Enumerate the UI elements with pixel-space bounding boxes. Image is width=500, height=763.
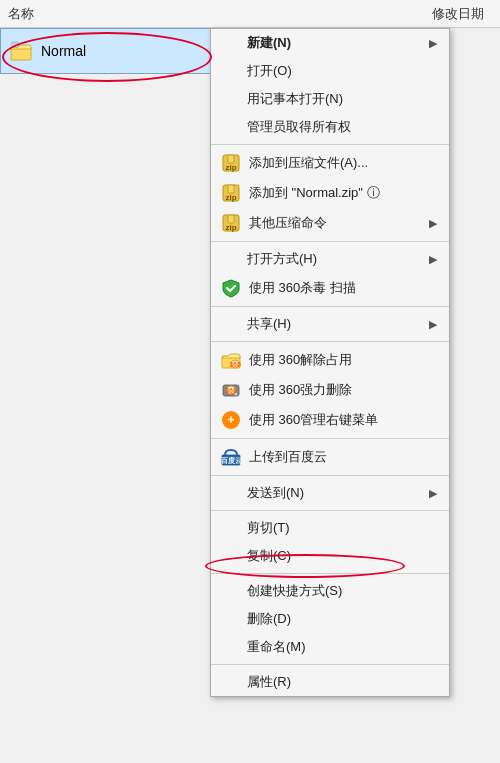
menu-item-label-rename: 重命名(M) [247, 638, 306, 656]
svg-text:360: 360 [229, 361, 241, 368]
add-normalzip-icon: zip [219, 183, 243, 203]
menu-separator-28 [211, 664, 449, 665]
svg-text:zip: zip [225, 193, 236, 202]
svg-text:360: 360 [225, 387, 237, 394]
menu-item-label-360-force: 使用 360强力删除 [249, 381, 352, 399]
other-zip-icon: zip [219, 213, 243, 233]
explorer-header: 名称 修改日期 [0, 0, 500, 28]
menu-item-copy[interactable]: 复制(C) [211, 542, 449, 570]
menu-item-cut[interactable]: 剪切(T) [211, 514, 449, 542]
menu-item-label-shortcut: 创建快捷方式(S) [247, 582, 342, 600]
menu-item-open-with[interactable]: 打开方式(H)▶ [211, 245, 449, 273]
menu-item-label-open: 打开(O) [247, 62, 292, 80]
menu-item-open-notepad[interactable]: 用记事本打开(N) [211, 85, 449, 113]
menu-item-label-other-zip: 其他压缩命令 [249, 214, 327, 232]
menu-item-arrow-other-zip: ▶ [429, 217, 437, 230]
svg-text:百度云: 百度云 [221, 456, 241, 464]
menu-item-open[interactable]: 打开(O) [211, 57, 449, 85]
context-menu: 新建(N)▶打开(O)用记事本打开(N)管理员取得所有权 zip 添加到压缩文件… [210, 28, 450, 697]
menu-item-baidu[interactable]: 百度云 上传到百度云 [211, 442, 449, 472]
menu-item-label-add-zip: 添加到压缩文件(A)... [249, 154, 368, 172]
menu-item-other-zip[interactable]: zip 其他压缩命令▶ [211, 208, 449, 238]
menu-separator-19 [211, 475, 449, 476]
add-zip-icon: zip [219, 153, 243, 173]
svg-rect-5 [228, 155, 234, 163]
menu-separator-21 [211, 510, 449, 511]
menu-item-label-copy: 复制(C) [247, 547, 291, 565]
menu-item-shortcut[interactable]: 创建快捷方式(S) [211, 577, 449, 605]
svg-rect-1 [12, 42, 18, 47]
menu-item-add-normalzip[interactable]: zip 添加到 "Normal.zip" ⓘ [211, 178, 449, 208]
menu-item-rename[interactable]: 重命名(M) [211, 633, 449, 661]
360-occupy-icon: 360 [219, 350, 243, 370]
menu-item-label-properties: 属性(R) [247, 673, 291, 691]
column-name: 名称 [8, 5, 432, 23]
svg-text:zip: zip [225, 223, 236, 232]
menu-item-label-share: 共享(H) [247, 315, 291, 333]
menu-item-label-scan-360: 使用 360杀毒 扫描 [249, 279, 356, 297]
menu-item-label-cut: 剪切(T) [247, 519, 290, 537]
file-name-label: Normal [41, 43, 86, 59]
menu-item-admin-own[interactable]: 管理员取得所有权 [211, 113, 449, 141]
svg-text:zip: zip [225, 163, 236, 172]
menu-item-send-to[interactable]: 发送到(N)▶ [211, 479, 449, 507]
menu-item-add-zip[interactable]: zip 添加到压缩文件(A)... [211, 148, 449, 178]
menu-item-360-right[interactable]: + 使用 360管理右键菜单 [211, 405, 449, 435]
menu-item-label-360-occupy: 使用 360解除占用 [249, 351, 352, 369]
menu-separator-13 [211, 341, 449, 342]
menu-separator-24 [211, 573, 449, 574]
menu-separator-17 [211, 438, 449, 439]
menu-item-share[interactable]: 共享(H)▶ [211, 310, 449, 338]
menu-item-label-delete: 删除(D) [247, 610, 291, 628]
column-date: 修改日期 [432, 5, 484, 23]
360-right-icon: + [219, 410, 243, 430]
menu-item-delete[interactable]: 删除(D) [211, 605, 449, 633]
file-folder-icon [9, 39, 33, 63]
menu-item-label-admin-own: 管理员取得所有权 [247, 118, 351, 136]
menu-separator-8 [211, 241, 449, 242]
menu-item-label-open-with: 打开方式(H) [247, 250, 317, 268]
scan-360-icon [219, 278, 243, 298]
menu-item-label-new: 新建(N) [247, 34, 291, 52]
menu-item-label-add-normalzip: 添加到 "Normal.zip" ⓘ [249, 184, 380, 202]
menu-item-label-baidu: 上传到百度云 [249, 448, 327, 466]
menu-item-label-360-right: 使用 360管理右键菜单 [249, 411, 378, 429]
svg-rect-8 [228, 185, 234, 193]
menu-item-scan-360[interactable]: 使用 360杀毒 扫描 [211, 273, 449, 303]
menu-item-properties[interactable]: 属性(R) [211, 668, 449, 696]
file-item[interactable]: Normal [0, 28, 220, 74]
menu-item-360-occupy[interactable]: 360 使用 360解除占用 [211, 345, 449, 375]
svg-rect-11 [228, 215, 234, 223]
menu-item-360-force[interactable]: 360 使用 360强力删除 [211, 375, 449, 405]
menu-item-arrow-share: ▶ [429, 318, 437, 331]
360-force-icon: 360 [219, 380, 243, 400]
baidu-icon: 百度云 [219, 447, 243, 467]
menu-item-label-open-notepad: 用记事本打开(N) [247, 90, 343, 108]
menu-item-arrow-send-to: ▶ [429, 487, 437, 500]
menu-separator-11 [211, 306, 449, 307]
menu-item-new[interactable]: 新建(N)▶ [211, 29, 449, 57]
menu-item-arrow-open-with: ▶ [429, 253, 437, 266]
menu-separator-4 [211, 144, 449, 145]
menu-item-arrow-new: ▶ [429, 37, 437, 50]
svg-text:+: + [227, 413, 234, 427]
menu-item-label-send-to: 发送到(N) [247, 484, 304, 502]
